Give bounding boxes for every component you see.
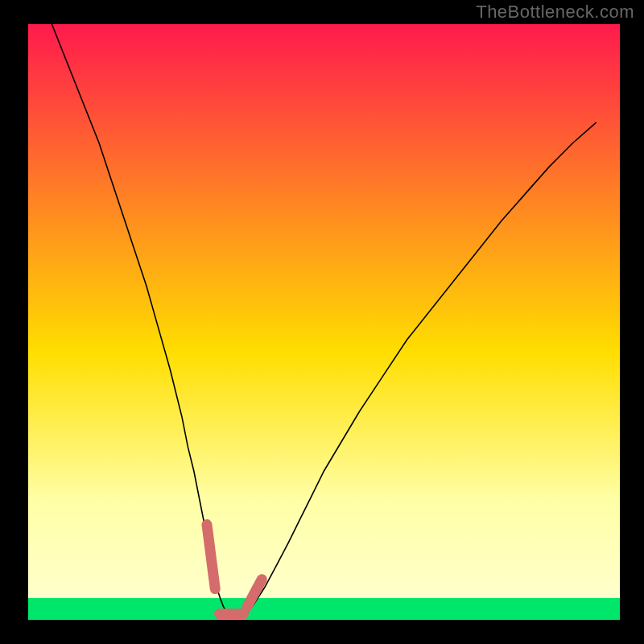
- plot-background: [28, 24, 620, 620]
- bottleneck-chart: [0, 0, 644, 644]
- watermark-text: TheBottleneck.com: [476, 2, 634, 23]
- chart-frame: TheBottleneck.com: [0, 0, 644, 644]
